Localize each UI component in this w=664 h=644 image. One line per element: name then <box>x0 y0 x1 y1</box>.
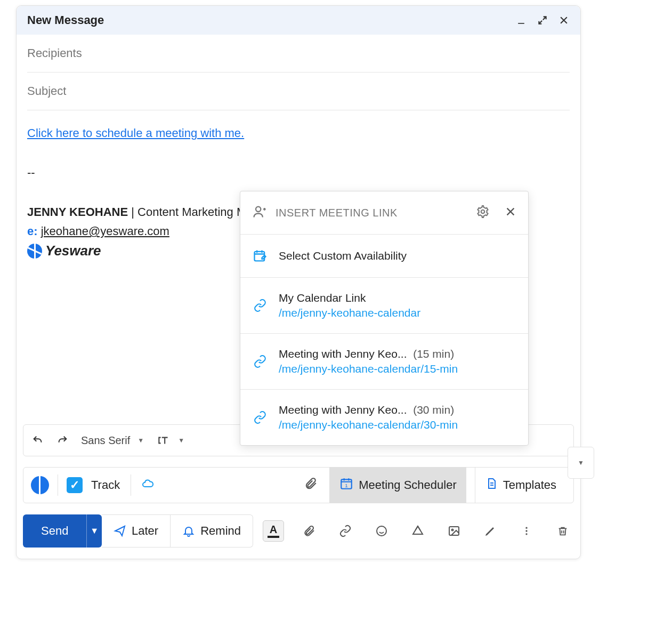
minimize-icon[interactable] <box>515 14 527 26</box>
chevron-down-icon: ▼ <box>137 437 144 444</box>
svg-point-2 <box>377 526 386 536</box>
custom-availability-row[interactable]: Select Custom Availability <box>240 235 528 278</box>
meeting-scheduler-button[interactable]: 1 Meeting Scheduler <box>329 468 466 503</box>
signature-name: JENNY KEOHANE <box>27 205 128 219</box>
custom-availability-label: Select Custom Availability <box>279 249 407 262</box>
remind-label: Remind <box>200 524 241 538</box>
popup-header: INSERT MEETING LINK <box>240 191 528 235</box>
attachment-icon[interactable] <box>304 477 318 494</box>
svg-text:1: 1 <box>345 482 348 488</box>
meeting-15min-duration: (15 min) <box>413 348 454 360</box>
add-person-icon <box>252 204 267 221</box>
templates-button[interactable]: Templates <box>475 468 566 503</box>
meeting-15min-row[interactable]: Meeting with Jenny Keo... (15 min) /me/j… <box>240 334 528 390</box>
drive-icon[interactable] <box>407 525 429 537</box>
signature-email-label: e: <box>27 224 38 238</box>
meeting-15min-label: Meeting with Jenny Keo... <box>279 348 407 360</box>
more-options-icon[interactable] <box>515 525 538 537</box>
calendar-link-row[interactable]: My Calendar Link /me/jenny-keohane-calen… <box>240 278 528 334</box>
svg-point-7 <box>525 533 527 535</box>
send-button[interactable]: Send <box>23 514 86 548</box>
link-icon <box>252 299 268 312</box>
signature-separator: -- <box>27 166 570 180</box>
send-row: Send ▼ Later Remind A <box>23 514 574 548</box>
svg-point-4 <box>452 529 454 531</box>
titlebar-actions <box>515 14 570 26</box>
gear-icon[interactable] <box>476 205 490 221</box>
yesware-logo-mark <box>27 244 42 259</box>
subject-field[interactable]: Subject <box>27 73 570 110</box>
bell-icon <box>182 525 195 537</box>
recipients-field[interactable]: Recipients <box>27 35 570 73</box>
meeting-15min-path: /me/jenny-keohane-calendar/15-min <box>279 363 458 375</box>
svg-point-8 <box>256 207 261 212</box>
attach-file-icon[interactable] <box>298 525 320 537</box>
calendar-icon: 1 <box>339 477 353 494</box>
track-checkbox[interactable]: ✓ <box>67 477 83 493</box>
meeting-scheduler-label: Meeting Scheduler <box>359 478 456 492</box>
discard-icon[interactable] <box>552 525 574 537</box>
signature-title: Content Marketing M <box>137 205 246 219</box>
yesware-logo-text: Yesware <box>45 243 101 259</box>
schedule-meeting-link[interactable]: Click here to schedule a meeting with me… <box>27 126 244 140</box>
insert-link-icon[interactable] <box>334 525 357 537</box>
yesware-toolbar: ✓ Track 1 Meeting Scheduler Templates <box>23 467 574 503</box>
insert-meeting-link-popup: INSERT MEETING LINK Select Custom Availa… <box>240 191 529 446</box>
remind-button[interactable]: Remind <box>171 514 253 548</box>
font-family-select[interactable]: Sans Serif ▼ <box>81 434 144 447</box>
document-icon <box>485 477 498 494</box>
header-fields: Recipients Subject <box>17 35 580 110</box>
signature-email: jkeohane@yesware.com <box>41 224 169 238</box>
meeting-30min-row[interactable]: Meeting with Jenny Keo... (30 min) /me/j… <box>240 390 528 445</box>
svg-point-9 <box>481 210 485 214</box>
signature-separator-pipe: | <box>128 205 137 219</box>
meeting-30min-path: /me/jenny-keohane-calendar/30-min <box>279 418 458 431</box>
pen-icon[interactable] <box>479 525 501 537</box>
expand-icon[interactable] <box>537 14 548 26</box>
insert-image-icon[interactable] <box>443 525 465 537</box>
meeting-30min-label: Meeting with Jenny Keo... <box>279 404 407 416</box>
svg-point-5 <box>525 527 527 529</box>
chevron-down-icon: ▼ <box>178 437 184 444</box>
compose-controls: A <box>263 520 574 542</box>
track-label: Track <box>91 478 120 492</box>
svg-point-6 <box>525 530 527 532</box>
calendar-link-path: /me/jenny-keohane-calendar <box>279 307 420 319</box>
window-title: New Message <box>27 13 104 27</box>
meeting-30min-duration: (30 min) <box>413 404 454 416</box>
calendar-link-label: My Calendar Link <box>279 292 420 304</box>
calendar-edit-icon <box>252 248 268 263</box>
titlebar: New Message <box>17 6 580 35</box>
templates-label: Templates <box>503 478 556 492</box>
link-icon <box>252 410 268 424</box>
yesware-icon[interactable] <box>31 476 49 494</box>
font-family-label: Sans Serif <box>81 434 130 447</box>
undo-icon[interactable] <box>32 434 44 446</box>
link-icon <box>252 355 268 368</box>
formatting-more-button[interactable]: ▼ <box>568 447 594 479</box>
cloud-icon[interactable] <box>140 477 156 493</box>
emoji-icon[interactable] <box>370 525 393 537</box>
close-icon[interactable] <box>505 206 516 220</box>
text-color-button[interactable]: A <box>263 520 284 542</box>
close-icon[interactable] <box>558 14 570 26</box>
popup-title: INSERT MEETING LINK <box>276 207 467 219</box>
later-label: Later <box>132 524 158 538</box>
send-icon <box>114 525 126 537</box>
font-size-select[interactable]: ▼ <box>157 433 184 447</box>
send-later-button[interactable]: Later <box>102 514 171 548</box>
redo-icon[interactable] <box>56 434 68 446</box>
send-dropdown[interactable]: ▼ <box>86 514 102 548</box>
